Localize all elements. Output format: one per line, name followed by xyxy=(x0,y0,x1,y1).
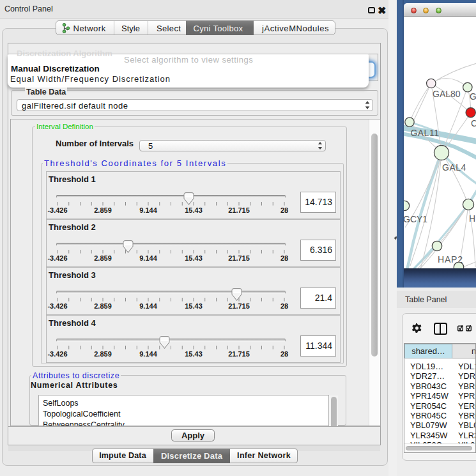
svg-text:GAL80: GAL80 xyxy=(433,89,461,99)
svg-text:GAL4: GAL4 xyxy=(442,162,466,173)
svg-text:H: H xyxy=(469,213,475,224)
svg-text:GCY1: GCY1 xyxy=(404,214,427,224)
svg-text:GAL11: GAL11 xyxy=(410,128,439,138)
svg-text:HAP2: HAP2 xyxy=(438,254,463,265)
svg-text:C: C xyxy=(471,118,476,128)
svg-text:GA: GA xyxy=(470,91,476,102)
